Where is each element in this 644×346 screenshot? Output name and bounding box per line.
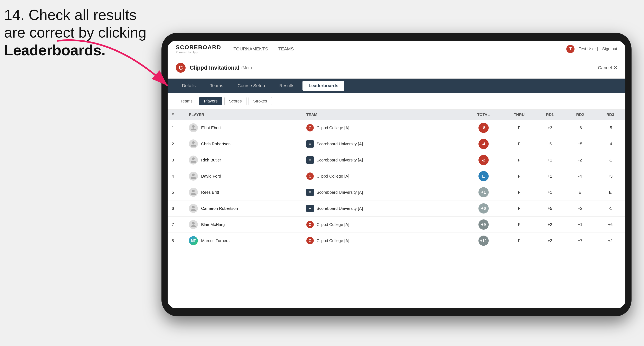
row-total: +1 [463, 184, 504, 200]
team-logo-scoreboard [306, 205, 314, 212]
nav-right: T Test User | Sign out [566, 45, 617, 53]
col-thru: THRU [504, 110, 535, 120]
row-total: +11 [463, 233, 504, 249]
row-rd1: +2 [535, 233, 565, 249]
col-team: TEAM [302, 110, 463, 120]
row-player: Cameron Robertson [185, 200, 302, 217]
team-logo-clippd: C [306, 237, 314, 244]
row-thru: F [504, 152, 535, 168]
row-rd1: +1 [535, 184, 565, 200]
nav-bar: SCOREBOARD Powered by clippd TOURNAMENTS… [168, 41, 626, 57]
row-rd2: +1 [565, 217, 595, 233]
row-rd1: -5 [535, 136, 565, 152]
row-rd3: -1 [595, 200, 626, 217]
row-rd1: +1 [535, 168, 565, 184]
row-team: C Clippd College [A] [302, 168, 463, 184]
row-rd1: +2 [535, 217, 565, 233]
table-row: 2 Chris Robertson Scoreboard University … [168, 136, 626, 152]
nav-tournaments[interactable]: TOURNAMENTS [234, 45, 268, 53]
row-rd3: -1 [595, 152, 626, 168]
row-player: MT Marcus Turners [185, 233, 302, 249]
tab-results[interactable]: Results [273, 81, 300, 91]
row-player: Blair McHarg [185, 217, 302, 233]
col-rd3: RD3 [595, 110, 626, 120]
table-row: 7 Blair McHarg C Clippd College [A] +9 F… [168, 217, 626, 233]
row-rd2: +7 [565, 233, 595, 249]
player-avatar [189, 220, 198, 229]
signout-link[interactable]: Sign out [602, 46, 617, 51]
tab-teams[interactable]: Teams [204, 81, 229, 91]
row-player: Rees Britt [185, 184, 302, 200]
tournament-header: C Clippd Invitational (Men) Cancel ✕ [168, 57, 626, 79]
row-rd2: -4 [565, 168, 595, 184]
row-team: Scoreboard University [A] [302, 184, 463, 200]
team-logo-clippd: C [306, 124, 314, 132]
row-team: C Clippd College [A] [302, 233, 463, 249]
nav-user: Test User | [578, 46, 598, 51]
table-row: 5 Rees Britt Scoreboard University [A] +… [168, 184, 626, 200]
col-total: TOTAL [463, 110, 504, 120]
row-rank: 6 [168, 200, 185, 217]
col-rd2: RD2 [565, 110, 595, 120]
row-team: Scoreboard University [A] [302, 200, 463, 217]
filter-players[interactable]: Players [199, 97, 222, 105]
row-rd2: +2 [565, 200, 595, 217]
filter-bar: Teams Players Scores Strokes [168, 93, 626, 110]
row-thru: F [504, 217, 535, 233]
table-row: 1 Elliot Ebert C Clippd College [A] -8 F… [168, 120, 626, 136]
nav-links: TOURNAMENTS TEAMS [234, 45, 566, 53]
tab-leaderboards[interactable]: Leaderboards [302, 81, 344, 91]
table-row: 4 David Ford C Clippd College [A] E F +1… [168, 168, 626, 184]
row-total: -8 [463, 120, 504, 136]
tab-course-setup[interactable]: Course Setup [231, 81, 271, 91]
row-rd1: +5 [535, 200, 565, 217]
row-total: -4 [463, 136, 504, 152]
row-rd2: +5 [565, 136, 595, 152]
player-avatar [189, 156, 198, 165]
row-rank: 1 [168, 120, 185, 136]
col-rank: # [168, 110, 185, 120]
team-logo-scoreboard [306, 156, 314, 164]
leaderboard-table: # PLAYER TEAM TOTAL THRU RD1 RD2 RD3 1 [168, 110, 626, 249]
tournament-title: Clippd Invitational [190, 64, 239, 71]
player-avatar [189, 204, 198, 213]
row-thru: F [504, 184, 535, 200]
row-thru: F [504, 120, 535, 136]
row-team: Scoreboard University [A] [302, 136, 463, 152]
filter-scores[interactable]: Scores [224, 97, 246, 105]
player-avatar [189, 188, 198, 197]
tournament-badge: (Men) [241, 65, 252, 70]
arrow-indicator [41, 24, 184, 106]
row-thru: F [504, 233, 535, 249]
player-avatar [189, 123, 198, 132]
row-rd3: +3 [595, 168, 626, 184]
table-row: 3 Rich Butler Scoreboard University [A] … [168, 152, 626, 168]
row-total: +6 [463, 200, 504, 217]
player-avatar: MT [189, 236, 198, 245]
row-player: Elliot Ebert [185, 120, 302, 136]
row-rd3: -4 [595, 136, 626, 152]
row-rd3: -5 [595, 120, 626, 136]
row-rd2: -2 [565, 152, 595, 168]
col-player: PLAYER [185, 110, 302, 120]
row-rd3: +6 [595, 217, 626, 233]
row-rank: 3 [168, 152, 185, 168]
table-row: 6 Cameron Robertson Scoreboard Universit… [168, 200, 626, 217]
row-thru: F [504, 136, 535, 152]
table-row: 8 MT Marcus Turners C Clippd College [A]… [168, 233, 626, 249]
row-team: C Clippd College [A] [302, 217, 463, 233]
team-logo-clippd: C [306, 173, 314, 180]
row-player: Rich Butler [185, 152, 302, 168]
team-logo-scoreboard [306, 140, 314, 148]
cancel-button[interactable]: Cancel ✕ [598, 65, 617, 70]
tab-bar: Details Teams Course Setup Results Leade… [168, 79, 626, 93]
team-logo-scoreboard [306, 189, 314, 196]
filter-strokes[interactable]: Strokes [248, 97, 272, 105]
tablet-screen: SCOREBOARD Powered by clippd TOURNAMENTS… [168, 41, 626, 308]
nav-teams[interactable]: TEAMS [278, 45, 294, 53]
row-team: Scoreboard University [A] [302, 152, 463, 168]
row-total: +9 [463, 217, 504, 233]
row-total: -2 [463, 152, 504, 168]
table-header-row: # PLAYER TEAM TOTAL THRU RD1 RD2 RD3 [168, 110, 626, 120]
row-thru: F [504, 168, 535, 184]
